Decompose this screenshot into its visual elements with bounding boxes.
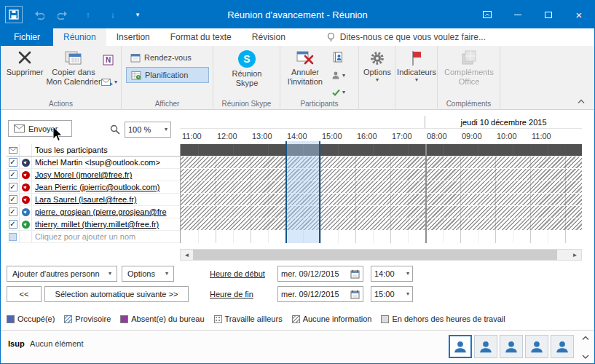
participant-row[interactable]: ✓▸pierre. grosjean (pierre.grosjean@fre [7,206,180,218]
scroll-right-arrow[interactable]: ► [569,250,581,260]
attendee-checkbox[interactable]: ✓ [7,218,20,230]
address-book-button[interactable] [333,52,343,63]
next-item-button[interactable]: ↓ [104,6,122,23]
attendee-type-cell: ▸ [20,157,32,168]
forward-button[interactable]: ▾ [101,78,117,87]
previous-item-button[interactable]: ↑ [79,6,97,23]
participant-row[interactable]: ✓▸Lara Saurel (lsaurel@free.fr) [7,194,180,206]
attendee-name[interactable]: Josy Morel (jmorel@free.fr) [32,169,180,181]
selected-time-slot[interactable] [285,141,320,243]
avatar[interactable] [525,335,548,358]
save-button[interactable] [5,6,23,23]
grid-hour-line [320,144,321,243]
scheduler-options-button[interactable]: Options ▾ [122,266,174,282]
participant-row[interactable]: ✓▸Josy Morel (jmorel@free.fr) [7,169,180,181]
tab-revision[interactable]: Révision [242,28,296,46]
add-attendee-row[interactable]: Cliquez pour ajouter un nom [7,231,180,243]
autopick-back-button[interactable]: << [7,286,42,302]
end-date-field[interactable]: mer. 09/12/2015 [277,286,363,302]
free-busy-grid[interactable] [180,144,582,243]
attendee-name[interactable]: pierre. grosjean (pierre.grosjean@fre [32,206,180,218]
add-attendees-button[interactable]: Ajouter d'autres personn ▾ [7,266,117,282]
scheduling-icon [131,71,141,80]
attendee-busy-row [181,181,582,193]
person-icon [554,339,570,355]
response-options-button[interactable]: ▾ [331,71,345,80]
avatar[interactable] [449,335,472,358]
new-entry-icon [9,233,17,241]
attendee-checkbox[interactable]: ✓ [7,181,20,193]
redo-icon [58,9,69,20]
group-label-afficher: Afficher [122,100,213,108]
indicateurs-button[interactable]: Indicateurs ▾ [397,50,436,83]
attendee-checkbox[interactable]: ✓ [7,206,20,218]
legend-item: Absent(e) du bureau [120,314,204,323]
grid-half-hour-line [233,144,234,243]
end-time-select[interactable]: 15:00 ▾ [371,286,413,302]
zoom-level-select[interactable]: 100 % ▾ [125,122,171,138]
calendar-picker-icon[interactable] [350,290,360,299]
hour-label: 15:00 [322,132,342,141]
autopick-next-button[interactable]: Sélection automatique suivante >> [44,286,189,302]
scroll-left-arrow[interactable]: ◄ [181,250,193,260]
send-button[interactable]: Envoyer [8,120,72,137]
minimize-button[interactable] [503,1,533,28]
attendance-status-button[interactable]: ▾ [331,88,345,97]
scrollbar-thumb[interactable] [193,250,557,260]
participant-row[interactable]: ✓▸Michel Martin <lsup@outlook.com> [7,157,180,169]
copier-calendrier-button[interactable]: Copier dans Mon Calendrier [46,50,101,86]
indicateurs-label: Indicateurs [397,68,436,76]
participant-row[interactable]: ✓▸thierry. millet (thierry.millet@free.f… [7,218,180,231]
customize-qat-chevron-icon[interactable]: ▾ [129,6,146,23]
maximize-button[interactable] [533,1,564,28]
attendee-checkbox[interactable]: ✓ [7,169,20,181]
tab-insertion[interactable]: Insertion [106,28,160,46]
people-pane-collapse-button[interactable] [581,352,590,361]
participant-row[interactable]: ✓▸Jean Pierric (jpierric@outlook.com) [7,181,180,194]
avatar[interactable] [500,335,523,358]
onenote-button[interactable]: N [103,55,114,66]
close-button[interactable]: × [564,1,594,28]
tab-reunion[interactable]: Réunion [53,28,106,46]
address-book-icon [333,52,343,63]
rendez-vous-button[interactable]: Rendez-vous [126,50,209,66]
add-attendee-placeholder[interactable]: Cliquez pour ajouter un nom [32,231,180,242]
attendee-checkbox[interactable]: ✓ [7,157,20,168]
redo-button[interactable] [55,6,72,23]
attendee-checkbox[interactable]: ✓ [7,194,20,205]
tell-me-box[interactable]: Dites-nous ce que vous voulez faire... [326,28,486,46]
attendee-name[interactable]: Lara Saurel (lsaurel@free.fr) [32,194,180,205]
end-time-label: Heure de fin [210,290,253,298]
envelope-icon [9,147,17,154]
avatar[interactable] [474,335,497,358]
start-time-select[interactable]: 14:00 ▾ [371,266,413,282]
calendar-picker-icon[interactable] [350,269,360,279]
grid-half-hour-line [268,144,269,243]
supprimer-button[interactable]: Supprimer [4,50,46,76]
ribbon-display-options-button[interactable] [472,1,503,28]
zoom-search-button[interactable] [108,122,122,137]
collapse-ribbon-button[interactable] [575,96,587,106]
grid-hour-line [495,144,496,243]
people-pane-expand-button[interactable] [581,333,590,342]
undo-button[interactable] [30,6,47,23]
start-date-field[interactable]: mer. 09/12/2015 [277,266,363,282]
add-attendee-box[interactable] [7,231,20,242]
tab-format-du-texte[interactable]: Format du texte [160,28,242,46]
timeline-scrollbar[interactable]: ◄ ► [180,249,582,261]
add-attendees-caret-icon: ▾ [109,271,111,277]
attendee-name[interactable]: thierry. millet (thierry.millet@free.fr) [32,218,180,230]
legend-label: Aucune information [303,314,372,323]
tab-fichier[interactable]: Fichier [1,28,53,46]
gear-icon [369,50,386,67]
annuler-invitation-button[interactable]: Annuler l'invitation [282,50,328,86]
avatar[interactable] [551,335,574,358]
appointment-icon [130,53,141,63]
options-button[interactable]: Options ▾ [360,50,394,83]
reunion-skype-button[interactable]: S Réunion Skype [224,50,270,87]
attendee-name[interactable]: Jean Pierric (jpierric@outlook.com) [32,181,180,193]
attendee-name[interactable]: Michel Martin <lsup@outlook.com> [32,157,180,168]
hour-label: 11:00 [182,132,202,141]
planification-button[interactable]: Planification [126,67,209,83]
account-status-text: Aucun élément [30,339,83,348]
